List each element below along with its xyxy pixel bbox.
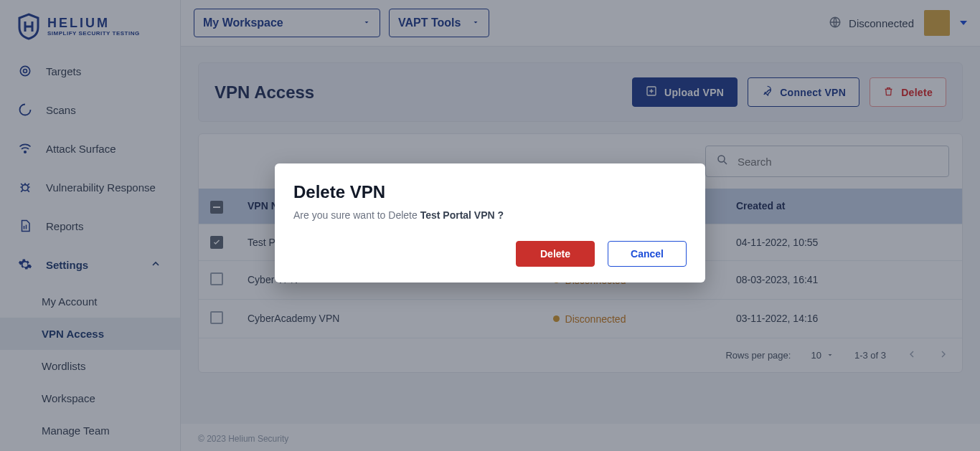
modal-cancel-button[interactable]: Cancel bbox=[608, 241, 687, 267]
modal-actions: Delete Cancel bbox=[293, 241, 687, 267]
modal-delete-button[interactable]: Delete bbox=[516, 241, 595, 267]
app-root: HELIUM SIMPLIFY SECURITY TESTING Targets… bbox=[0, 0, 980, 451]
delete-vpn-modal: Delete VPN Are you sure want to Delete T… bbox=[275, 163, 705, 283]
modal-target-name: Test Portal VPN ? bbox=[420, 209, 504, 221]
modal-title: Delete VPN bbox=[293, 182, 687, 202]
modal-message: Are you sure want to Delete Test Portal … bbox=[293, 209, 687, 221]
modal-question-prefix: Are you sure want to Delete bbox=[293, 209, 420, 221]
